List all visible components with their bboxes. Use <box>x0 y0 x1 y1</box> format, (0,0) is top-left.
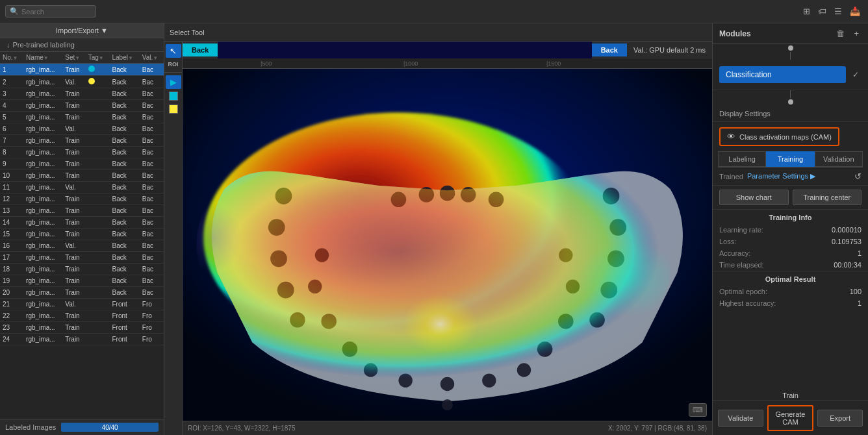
search-input[interactable] <box>21 8 92 16</box>
table-row[interactable]: 10 rgb_ima... Train Back Bac <box>0 170 164 182</box>
tool-sidebar: ↖ ROI ▶ <box>164 42 183 435</box>
delete-module-button[interactable]: 🗑 <box>834 27 847 40</box>
right-panel-content: Classification ✓ Display Settings 👁 Clas… <box>713 44 868 390</box>
table-row[interactable]: 12 rgb_ima... Train Back Bac <box>0 193 164 205</box>
export-button[interactable]: Export <box>817 410 863 427</box>
select-tool-button[interactable]: ↖ <box>166 44 181 58</box>
table-row[interactable]: 4 rgb_ima... Train Back Bac <box>0 100 164 112</box>
cell-label: Back <box>109 275 139 287</box>
time-label: Time elapsed: <box>719 261 764 269</box>
pretrained-labeling-button[interactable]: ↓ Pre-trained labeling <box>0 38 164 52</box>
training-info-section: Training Info Learning rate: 0.000010 Lo… <box>713 210 868 271</box>
node-connector-bottom <box>713 98 868 106</box>
color-swatch-cyan[interactable] <box>169 92 178 101</box>
table-row[interactable]: 11 rgb_ima... Val. Back Bac <box>0 182 164 193</box>
table-row[interactable]: 19 rgb_ima... Train Back Bac <box>0 275 164 287</box>
refresh-button[interactable]: ↺ <box>854 171 862 181</box>
table-row[interactable]: 22 rgb_ima... Train Front Fro <box>0 310 164 322</box>
col-tag[interactable]: Tag▼ <box>86 52 110 64</box>
table-row[interactable]: 24 rgb_ima... Train Front Fro <box>0 334 164 345</box>
tag-icon[interactable]: 🏷 <box>815 5 829 18</box>
col-label[interactable]: Label▼ <box>109 52 139 64</box>
table-row[interactable]: 23 rgb_ima... Train Front Fro <box>0 322 164 334</box>
table-row[interactable]: 6 rgb_ima... Val. Back Bac <box>0 123 164 135</box>
cell-set: Train <box>62 322 85 334</box>
cell-set: Val. <box>62 123 85 135</box>
cell-name: rgb_ima... <box>23 123 62 135</box>
node-dot-bottom <box>788 99 793 105</box>
cell-val: Bac <box>140 88 164 100</box>
cell-tag <box>86 158 110 170</box>
node-dot-top <box>788 45 793 51</box>
cell-val: Bac <box>140 123 164 135</box>
add-module-button[interactable]: + <box>851 27 862 40</box>
cell-set: Train <box>62 275 85 287</box>
validate-button[interactable]: Validate <box>718 410 763 427</box>
table-row[interactable]: 8 rgb_ima... Train Back Bac <box>0 147 164 158</box>
table-row[interactable]: 2 rgb_ima... Val. Back Bac <box>0 76 164 88</box>
arrow-tool-button[interactable]: ▶ <box>166 75 181 89</box>
table-row[interactable]: 1 rgb_ima... Train Back Bac <box>0 64 164 76</box>
show-chart-button[interactable]: Show chart <box>719 190 789 205</box>
classification-button[interactable]: Classification <box>719 66 846 83</box>
col-set[interactable]: Set▼ <box>62 52 85 64</box>
table-row[interactable]: 13 rgb_ima... Train Back Bac <box>0 205 164 217</box>
training-center-button[interactable]: Training center <box>793 190 862 205</box>
cell-tag <box>86 112 110 123</box>
cell-set: Train <box>62 147 85 158</box>
cell-set: Train <box>62 205 85 217</box>
import-export-button[interactable]: Import/Export ▼ <box>0 23 164 38</box>
grid-view-icon[interactable]: ⊞ <box>800 5 813 18</box>
header-icon-group: 🗑 + <box>834 27 862 40</box>
col-no[interactable]: No.▼ <box>0 52 23 64</box>
cell-name: rgb_ima... <box>23 217 62 229</box>
canvas-area[interactable]: ⌨ <box>183 69 712 421</box>
cell-set: Train <box>62 252 85 264</box>
param-settings-link[interactable]: Parameter Settings ▶ <box>747 172 850 180</box>
cell-label: Back <box>109 205 139 217</box>
cell-label: Back <box>109 112 139 123</box>
cell-label: Front <box>109 310 139 322</box>
import-icon[interactable]: 📥 <box>847 5 863 18</box>
generate-cam-button[interactable]: Generate CAM <box>767 405 814 431</box>
table-row[interactable]: 14 rgb_ima... Train Back Bac <box>0 217 164 229</box>
table-row[interactable]: 18 rgb_ima... Train Back Bac <box>0 264 164 275</box>
table-row[interactable]: 16 rgb_ima... Val. Back Bac <box>0 240 164 252</box>
epoch-label: Optimal epoch: <box>719 288 767 295</box>
cell-name: rgb_ima... <box>23 193 62 205</box>
table-row[interactable]: 5 rgb_ima... Train Back Bac <box>0 112 164 123</box>
roi-tool-button[interactable]: ROI <box>166 59 181 69</box>
cell-val: Fro <box>140 322 164 334</box>
tab-labeling[interactable]: Labeling <box>718 151 766 167</box>
cell-name: rgb_ima... <box>23 135 62 147</box>
cell-label: Back <box>109 182 139 193</box>
cell-val: Bac <box>140 158 164 170</box>
tab-training[interactable]: Training <box>766 151 814 167</box>
cell-no: 14 <box>0 217 23 229</box>
info-row-time: Time elapsed: 00:00:34 <box>713 259 868 271</box>
search-icon: 🔍 <box>10 7 19 16</box>
cell-label: Back <box>109 229 139 240</box>
table-row[interactable]: 7 rgb_ima... Train Back Bac <box>0 135 164 147</box>
cell-val: Fro <box>140 310 164 322</box>
cell-set: Train <box>62 112 85 123</box>
info-row-highest-accuracy: Highest accuracy: 1 <box>713 297 868 309</box>
table-row[interactable]: 3 rgb_ima... Train Back Bac <box>0 88 164 100</box>
search-box[interactable]: 🔍 <box>5 5 96 18</box>
classification-dropdown-arrow[interactable]: ✓ <box>850 68 862 82</box>
col-name[interactable]: Name▼ <box>23 52 62 64</box>
table-row[interactable]: 21 rgb_ima... Val. Front Fro <box>0 299 164 310</box>
cam-toggle-button[interactable]: 👁 Class activation maps (CAM) <box>719 127 839 146</box>
cell-set: Train <box>62 264 85 275</box>
color-swatch-yellow[interactable] <box>169 105 178 114</box>
list-view-icon[interactable]: ☰ <box>832 5 845 18</box>
table-row[interactable]: 15 rgb_ima... Train Back Bac <box>0 229 164 240</box>
table-row[interactable]: 20 rgb_ima... Train Back Bac <box>0 287 164 299</box>
center-panel: Back Back Val.: GPU default 2 ms |500 |1… <box>183 42 712 435</box>
tab-validation[interactable]: Validation <box>815 151 863 167</box>
cell-no: 7 <box>0 135 23 147</box>
col-val[interactable]: Val.▼ <box>140 52 164 64</box>
loss-value: 0.109753 <box>832 238 862 245</box>
table-row[interactable]: 9 rgb_ima... Train Back Bac <box>0 158 164 170</box>
table-row[interactable]: 17 rgb_ima... Train Back Bac <box>0 252 164 264</box>
